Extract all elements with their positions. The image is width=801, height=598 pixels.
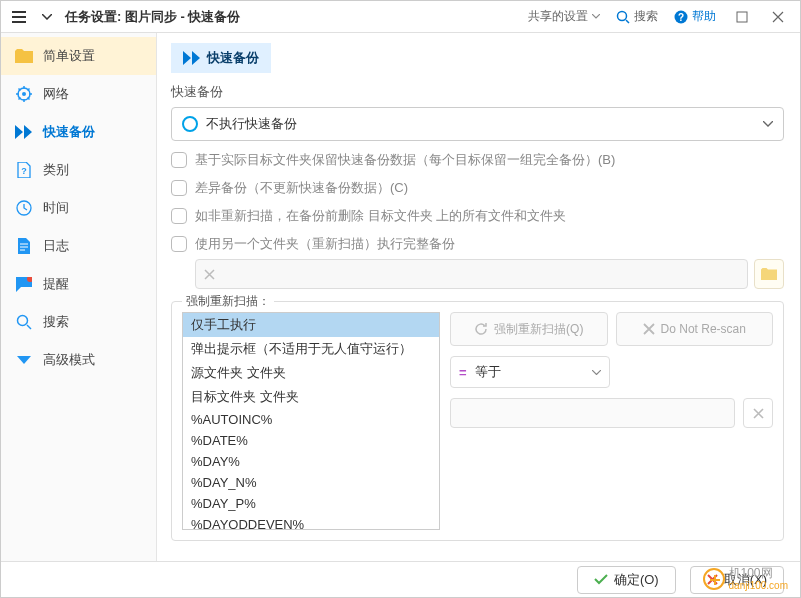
- minimize-button[interactable]: [724, 3, 760, 31]
- clear-button[interactable]: [743, 398, 773, 428]
- button-label: 确定(O): [614, 571, 659, 589]
- rescan-listbox[interactable]: 仅手工执行 弹出提示框（不适用于无人值守运行） 源文件夹 文件夹 目标文件夹 文…: [182, 312, 440, 530]
- browse-folder-button[interactable]: [754, 259, 784, 289]
- section-label: 快速备份: [171, 83, 784, 101]
- sidebar-item-simple[interactable]: 简单设置: [1, 37, 156, 75]
- sidebar-item-fastbackup[interactable]: 快速备份: [1, 113, 156, 151]
- help-label: 帮助: [692, 8, 716, 25]
- svg-text:?: ?: [21, 166, 27, 176]
- titlebar: 任务设置: 图片同步 - 快速备份 共享的设置 搜索 ? 帮助: [1, 1, 800, 33]
- chevron-down-icon: [15, 351, 33, 369]
- folder-icon: [15, 47, 33, 65]
- checkbox-icon: [171, 152, 187, 168]
- checkbox-icon: [171, 208, 187, 224]
- list-item[interactable]: 目标文件夹 文件夹: [183, 385, 439, 409]
- list-item[interactable]: 源文件夹 文件夹: [183, 361, 439, 385]
- ok-button[interactable]: 确定(O): [577, 566, 676, 594]
- sidebar-item-label: 高级模式: [43, 351, 95, 369]
- list-item[interactable]: %DAY%: [183, 451, 439, 472]
- window-title: 任务设置: 图片同步 - 快速备份: [65, 8, 241, 26]
- operator-select[interactable]: = 等于: [450, 356, 610, 388]
- chevron-down-icon[interactable]: [33, 3, 61, 31]
- page-header-label: 快速备份: [207, 49, 259, 67]
- list-item[interactable]: %DAYODDEVEN%: [183, 514, 439, 530]
- sidebar-item-time[interactable]: 时间: [1, 189, 156, 227]
- close-icon: [643, 323, 655, 335]
- list-item[interactable]: %AUTOINC%: [183, 409, 439, 430]
- close-button[interactable]: [760, 3, 796, 31]
- document-icon: [15, 237, 33, 255]
- close-icon: [753, 408, 764, 419]
- sidebar-item-label: 日志: [43, 237, 69, 255]
- checkbox-label: 差异备份（不更新快速备份数据）(C): [195, 179, 408, 197]
- dropdown-value: 不执行快速备份: [206, 115, 297, 133]
- do-not-rescan-button[interactable]: Do Not Re-scan: [616, 312, 774, 346]
- sidebar-item-advanced[interactable]: 高级模式: [1, 341, 156, 379]
- sidebar-item-category[interactable]: ? 类别: [1, 151, 156, 189]
- help-icon: ?: [674, 10, 688, 24]
- sidebar: 简单设置 网络 快速备份 ? 类别 时间 日志 提醒 搜索: [1, 33, 157, 563]
- search-link[interactable]: 搜索: [616, 8, 658, 25]
- checkbox-label: 使用另一个文件夹（重新扫描）执行完整备份: [195, 235, 455, 253]
- search-icon: [616, 10, 630, 24]
- list-item[interactable]: 弹出提示框（不适用于无人值守运行）: [183, 337, 439, 361]
- circle-icon: [182, 116, 198, 132]
- menu-icon[interactable]: [5, 3, 33, 31]
- button-label: Do Not Re-scan: [661, 322, 746, 336]
- checkbox-label: 基于实际目标文件夹保留快速备份数据（每个目标保留一组完全备份）(B): [195, 151, 615, 169]
- main-panel: 快速备份 快速备份 不执行快速备份 基于实际目标文件夹保留快速备份数据（每个目标…: [157, 33, 800, 563]
- sidebar-item-label: 提醒: [43, 275, 69, 293]
- list-item[interactable]: %DAY_P%: [183, 493, 439, 514]
- fastforward-icon: [15, 123, 33, 141]
- svg-rect-3: [737, 12, 747, 22]
- checkbox-row-actual-target[interactable]: 基于实际目标文件夹保留快速备份数据（每个目标保留一组完全备份）(B): [171, 151, 784, 169]
- checkbox-row-diff-backup[interactable]: 差异备份（不更新快速备份数据）(C): [171, 179, 784, 197]
- folder-icon: [761, 268, 777, 280]
- search-label: 搜索: [634, 8, 658, 25]
- help-link[interactable]: ? 帮助: [674, 8, 716, 25]
- refresh-icon: [474, 322, 488, 336]
- checkbox-label: 如非重新扫描，在备份前删除 目标文件夹 上的所有文件和文件夹: [195, 207, 566, 225]
- svg-text:?: ?: [678, 12, 684, 23]
- checkbox-row-alt-folder[interactable]: 使用另一个文件夹（重新扫描）执行完整备份: [171, 235, 784, 253]
- sidebar-item-label: 网络: [43, 85, 69, 103]
- sidebar-item-network[interactable]: 网络: [1, 75, 156, 113]
- alt-folder-input[interactable]: [195, 259, 748, 289]
- list-item[interactable]: %DAY_N%: [183, 472, 439, 493]
- sidebar-item-label: 搜索: [43, 313, 69, 331]
- checkbox-icon: [171, 236, 187, 252]
- force-rescan-button[interactable]: 强制重新扫描(Q): [450, 312, 608, 346]
- svg-point-9: [18, 316, 28, 326]
- footer: 确定(O) 取消(X): [1, 561, 800, 597]
- mode-dropdown[interactable]: 不执行快速备份: [171, 107, 784, 141]
- sidebar-item-reminder[interactable]: 提醒: [1, 265, 156, 303]
- chevron-down-icon: [592, 14, 600, 19]
- chat-icon: [15, 275, 33, 293]
- force-rescan-fieldset: 强制重新扫描： 仅手工执行 弹出提示框（不适用于无人值守运行） 源文件夹 文件夹…: [171, 301, 784, 541]
- content: 简单设置 网络 快速备份 ? 类别 时间 日志 提醒 搜索: [1, 33, 800, 563]
- list-item[interactable]: 仅手工执行: [183, 313, 439, 337]
- shared-settings-link[interactable]: 共享的设置: [528, 8, 600, 25]
- shared-settings-label: 共享的设置: [528, 8, 588, 25]
- sidebar-item-log[interactable]: 日志: [1, 227, 156, 265]
- button-label: 强制重新扫描(Q): [494, 321, 583, 338]
- page-header: 快速备份: [171, 43, 271, 73]
- equals-icon: =: [459, 365, 467, 380]
- check-icon: [594, 574, 608, 585]
- sidebar-item-label: 简单设置: [43, 47, 95, 65]
- sidebar-item-search[interactable]: 搜索: [1, 303, 156, 341]
- cancel-button[interactable]: 取消(X): [690, 566, 784, 594]
- chevron-down-icon: [592, 370, 601, 375]
- gear-icon: [15, 85, 33, 103]
- close-icon: [204, 269, 215, 280]
- sidebar-item-label: 快速备份: [43, 123, 95, 141]
- operator-label: 等于: [475, 363, 501, 381]
- checkbox-icon: [171, 180, 187, 196]
- list-item[interactable]: %DATE%: [183, 430, 439, 451]
- value-input[interactable]: [450, 398, 735, 428]
- checkbox-row-delete-before[interactable]: 如非重新扫描，在备份前删除 目标文件夹 上的所有文件和文件夹: [171, 207, 784, 225]
- alt-folder-path-row: [195, 259, 784, 289]
- fieldset-label: 强制重新扫描：: [182, 293, 274, 310]
- file-icon: ?: [15, 161, 33, 179]
- fastforward-icon: [183, 51, 201, 65]
